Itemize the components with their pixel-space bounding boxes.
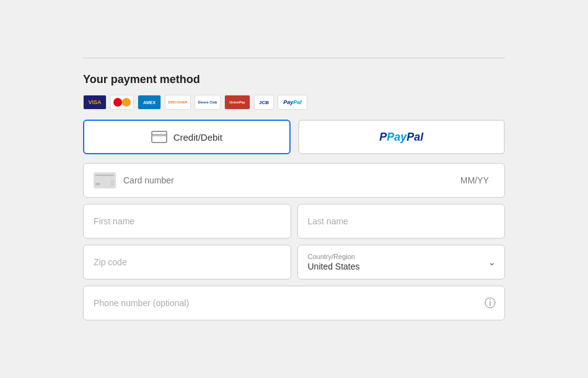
payment-container: Your payment method VISA AMEX DISCOVER D…	[0, 45, 588, 333]
payment-method-buttons: Credit/Debit PPayPal	[83, 120, 505, 154]
card-number-field[interactable]	[83, 163, 505, 198]
section-title: Your payment method	[83, 73, 505, 86]
paypal-logo: PPayPal	[379, 131, 423, 144]
zip-code-field[interactable]	[83, 245, 291, 279]
phone-number-input[interactable]	[94, 298, 494, 308]
chevron-down-icon: ⌄	[488, 257, 496, 267]
phone-number-field[interactable]: ⓘ	[83, 286, 505, 320]
payment-form: Country/Region United States ⌄ ⓘ	[83, 163, 505, 320]
country-select[interactable]: Country/Region United States ⌄	[297, 245, 506, 279]
amex-icon: AMEX	[138, 95, 161, 110]
country-group: Country/Region United States ⌄	[297, 245, 506, 279]
paypal-button[interactable]: PPayPal	[298, 120, 506, 154]
jcb-icon: JCB	[254, 95, 274, 110]
card-number-input[interactable]	[123, 175, 455, 185]
diners-club-icon: Diners Club	[195, 95, 221, 110]
country-value: United States	[308, 262, 495, 271]
zip-code-input[interactable]	[94, 257, 281, 267]
credit-debit-button[interactable]: Credit/Debit	[83, 120, 291, 154]
visa-icon: VISA	[83, 95, 107, 110]
zip-country-row: Country/Region United States ⌄	[83, 245, 505, 279]
last-name-field[interactable]	[297, 204, 506, 239]
name-row	[83, 204, 505, 239]
credit-debit-label: Credit/Debit	[173, 132, 222, 143]
card-expiry-input[interactable]	[455, 175, 504, 185]
info-icon[interactable]: ⓘ	[485, 296, 496, 310]
first-name-group	[83, 204, 291, 239]
last-name-group	[297, 204, 506, 239]
mastercard-icon	[110, 95, 134, 110]
country-label: Country/Region	[308, 253, 495, 260]
credit-card-icon	[151, 131, 167, 143]
section-divider	[83, 58, 505, 58]
unionpay-icon: UnionPay	[224, 95, 250, 110]
card-chip-icon	[94, 172, 116, 188]
last-name-input[interactable]	[308, 216, 495, 226]
first-name-field[interactable]	[83, 204, 291, 239]
paypal-badge-icon: PayPal	[278, 95, 307, 110]
discover-icon: DISCOVER	[165, 95, 191, 110]
card-icons-row: VISA AMEX DISCOVER Diners Club UnionPay …	[83, 95, 505, 110]
first-name-input[interactable]	[94, 216, 281, 226]
zip-code-group	[83, 245, 291, 279]
